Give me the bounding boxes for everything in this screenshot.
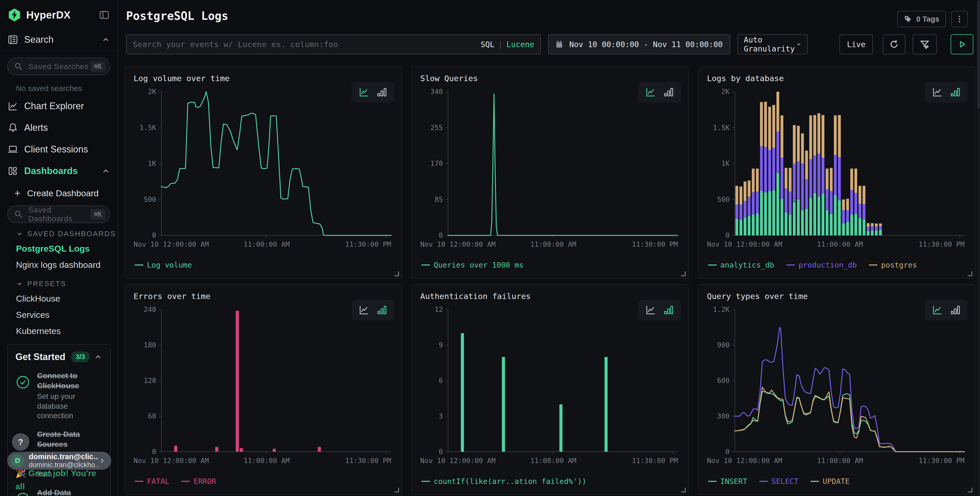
stacked-bar-segment [871, 231, 874, 235]
legend-item[interactable]: analytics_db [708, 261, 775, 270]
line-chart-icon[interactable] [645, 86, 656, 98]
line-chart-icon[interactable] [932, 86, 943, 98]
sidebar-dashboard-nginx-logs[interactable]: Nginx logs dashboard [0, 257, 117, 273]
sidebar-item-label: Chart Explorer [24, 101, 110, 112]
y-axis-label: 1.5K [713, 124, 730, 132]
stacked-bar-segment [834, 195, 837, 235]
bar [605, 357, 608, 452]
line-chart-icon[interactable] [645, 305, 656, 316]
chevron-up-icon[interactable] [102, 35, 110, 44]
run-query-button[interactable] [951, 34, 973, 54]
stacked-bar-segment [813, 193, 816, 235]
x-axis-label: 11:00:00 AM [817, 240, 863, 248]
sidebar-preset-clickhouse[interactable]: ClickHouse [0, 290, 117, 307]
sidebar-collapse-icon[interactable] [98, 9, 110, 21]
legend-item[interactable]: UPDATE [810, 477, 850, 486]
legend-item[interactable]: SELECT [759, 477, 799, 486]
bar-chart-icon[interactable] [376, 86, 388, 98]
line-chart-icon[interactable] [358, 86, 369, 98]
bar [560, 404, 563, 452]
granularity-select[interactable]: Auto Granularity [738, 34, 808, 54]
lang-sql-toggle[interactable]: SQL [480, 40, 495, 49]
search-icon [14, 210, 23, 219]
stacked-bar-segment [826, 169, 829, 190]
stacked-bar-segment [805, 179, 808, 209]
legend-item[interactable]: ERROR [181, 477, 216, 486]
chevron-up-icon[interactable] [94, 352, 102, 361]
legend-swatch [708, 265, 717, 266]
legend-item[interactable]: production_db [786, 261, 857, 270]
sidebar-item-search[interactable]: Search [0, 29, 117, 51]
filter-edit-button[interactable] [913, 34, 937, 54]
line-series [448, 94, 678, 235]
saved-searches-input[interactable]: Saved Searches ⌘K [7, 58, 110, 75]
line-chart-icon[interactable] [932, 305, 943, 316]
bar-chart-icon[interactable] [663, 86, 674, 98]
stacked-bar-segment [826, 189, 829, 210]
legend-swatch [786, 265, 795, 266]
dashboard-menu-button[interactable] [951, 11, 968, 27]
resize-handle-icon[interactable] [681, 271, 686, 276]
bar-chart-icon[interactable] [950, 305, 961, 316]
create-dashboard-button[interactable]: + Create Dashboard [0, 182, 117, 201]
search-placeholder: Search your events w/ Lucene ex. column:… [133, 40, 480, 49]
scrollbar-thumb[interactable] [977, 0, 980, 108]
legend-item[interactable]: countIf(like(arr..ation failed%')) [421, 477, 587, 486]
stacked-bar-segment [801, 164, 804, 210]
legend-item[interactable]: INSERT [708, 477, 747, 486]
sidebar-preset-services[interactable]: Services [0, 307, 117, 323]
resize-handle-icon[interactable] [681, 488, 686, 493]
y-axis-label: 1K [148, 159, 156, 167]
panel-errors: Errors over time060120180240Nov 10 12:00… [125, 284, 402, 495]
stacked-bar-segment [879, 223, 882, 226]
help-button[interactable]: ? [12, 433, 29, 451]
bar-chart-icon[interactable] [376, 305, 388, 316]
stacked-bar-segment [752, 169, 754, 192]
y-axis-label: 600 [717, 376, 730, 384]
resize-handle-icon[interactable] [968, 488, 972, 493]
stacked-bar-segment [789, 168, 792, 191]
y-axis-label: 0 [725, 231, 730, 239]
sidebar-preset-kubernetes[interactable]: Kubernetes [0, 323, 117, 339]
chevron-down-icon [16, 280, 23, 287]
resize-handle-icon[interactable] [968, 271, 972, 276]
legend-item[interactable]: postgres [869, 261, 917, 270]
y-axis-label: 500 [717, 195, 730, 203]
stacked-bar-segment [752, 192, 754, 215]
stacked-bar-segment [842, 223, 845, 235]
sidebar-item-client-sessions[interactable]: Client Sessions [0, 139, 117, 160]
tags-button[interactable]: 0 Tags [897, 11, 946, 27]
event-search-input[interactable]: Search your events w/ Lucene ex. column:… [126, 34, 541, 54]
legend-item[interactable]: FATAL [135, 477, 169, 486]
sidebar-item-alerts[interactable]: Alerts [0, 117, 117, 139]
legend-item[interactable]: Log volume [135, 261, 192, 270]
x-axis-label: Nov 10 12:00:00 AM [707, 240, 782, 248]
sidebar-dashboard-postgresql-logs[interactable]: PostgreSQL Logs [0, 241, 117, 257]
bar-chart-icon[interactable] [663, 305, 674, 316]
x-axis-label: Nov 10 12:00:00 AM [420, 240, 496, 248]
resize-handle-icon[interactable] [394, 271, 399, 276]
sidebar-item-dashboards[interactable]: Dashboards [0, 160, 117, 182]
date-range-picker[interactable]: Nov 10 00:00:00 - Nov 11 00:00:00 [548, 34, 730, 54]
section-saved-dashboards[interactable]: SAVED DASHBOARDS [0, 223, 117, 241]
bar-chart-icon[interactable] [950, 86, 961, 98]
resize-handle-icon[interactable] [394, 488, 399, 493]
saved-dashboards-input[interactable]: Saved Dashboards ⌘K [7, 206, 110, 223]
legend-swatch [759, 481, 768, 482]
section-presets[interactable]: PRESETS [0, 273, 117, 290]
sidebar-item-chart-explorer[interactable]: Chart Explorer [0, 95, 117, 117]
live-button[interactable]: Live [840, 34, 873, 54]
chevron-up-icon[interactable] [102, 167, 110, 175]
lang-lucene-toggle[interactable]: Lucene [506, 40, 534, 49]
refresh-button[interactable] [883, 34, 905, 54]
line-chart-icon[interactable] [358, 305, 369, 316]
legend-item[interactable]: Queries over 1000 ms [421, 261, 523, 270]
stacked-bar-segment [821, 194, 824, 235]
get-started-item-connect[interactable]: Connect to ClickHouse Set up your databa… [16, 371, 102, 421]
saved-dashboards-placeholder: Saved Dashboards [28, 206, 90, 223]
scrollbar[interactable] [977, 0, 980, 496]
stacked-bar-segment [793, 125, 796, 164]
user-email: dominic.tran@clickho... [29, 461, 98, 469]
stacked-bar-segment [785, 212, 788, 235]
user-menu[interactable]: D dominic.tran@clic... dominic.tran@clic… [7, 452, 111, 470]
